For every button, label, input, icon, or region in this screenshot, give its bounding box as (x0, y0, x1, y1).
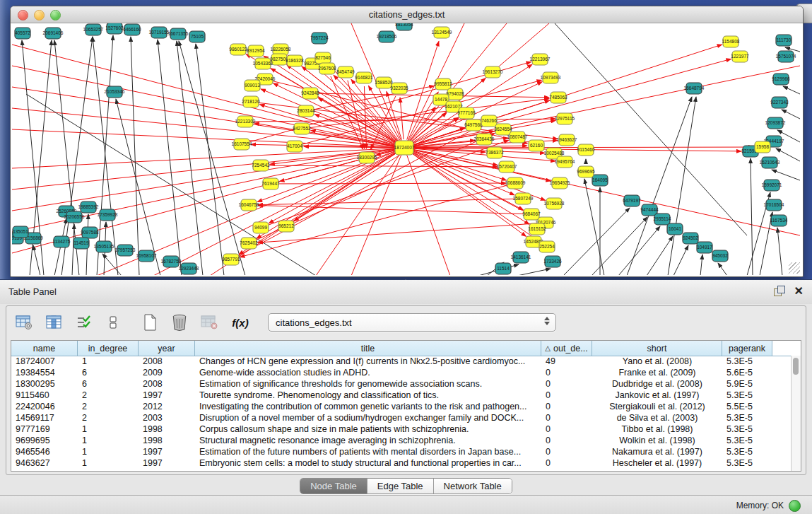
graph-node[interactable]: 10719155 (149, 27, 170, 38)
graph-node[interactable]: 19218506 (377, 31, 397, 42)
graph-node[interactable]: 13505135 (94, 241, 114, 252)
graph-node[interactable]: 9242848 (301, 88, 319, 99)
graph-node[interactable]: 12093872 (765, 117, 786, 129)
graph-node[interactable]: 9115460 (577, 144, 595, 156)
column-visibility-button[interactable] (43, 312, 64, 333)
graph-node[interactable]: 2967608 (318, 63, 336, 74)
graph-node[interactable]: 15958 (755, 141, 770, 153)
new-document-button[interactable] (139, 312, 160, 333)
graph-node[interactable]: 924502 (683, 233, 698, 244)
graph-node[interactable]: 15751074 (776, 51, 796, 62)
table-row[interactable]: 977716911998Corpus callosum shape and si… (11, 424, 792, 435)
graph-node[interactable]: 1154808 (722, 36, 740, 47)
graph-node[interactable]: 7485063 (549, 92, 567, 103)
graph-node[interactable]: 10653257 (83, 24, 104, 35)
graph-node[interactable]: 405572 (15, 28, 30, 39)
graph-node[interactable]: 11514 (495, 263, 511, 274)
graph-node[interactable]: 62160 (529, 140, 544, 151)
graph-node[interactable]: 1733426 (543, 256, 562, 267)
graph-node[interactable]: 16107554 (232, 139, 252, 150)
graph-node[interactable]: 10973493 (541, 72, 561, 83)
graph-node[interactable]: 8813054 (395, 23, 413, 30)
graph-node[interactable]: 15992071 (762, 180, 782, 191)
graph-node[interactable]: 16046758 (239, 199, 259, 211)
graph-node[interactable]: 13124549 (432, 27, 452, 38)
table-row[interactable]: 2242004622012Investigating the contribut… (11, 401, 792, 412)
graph-node[interactable]: 94099 (253, 222, 269, 233)
network-canvas[interactable]: 4055722069140610653257152760264661601071… (12, 23, 801, 275)
close-panel-icon[interactable]: ✕ (794, 286, 804, 296)
table-vertical-scrollbar[interactable] (791, 356, 801, 471)
graph-node[interactable]: 9129966 (772, 74, 790, 85)
column-header-pagerank[interactable]: pagerank (722, 341, 772, 356)
graph-node[interactable]: 6466160 (123, 24, 141, 35)
graph-node[interactable]: 16648794 (684, 83, 705, 94)
graph-node[interactable]: 8454749 (336, 66, 355, 78)
tab-node-table[interactable]: Node Table (300, 479, 367, 493)
column-header-short[interactable]: short (592, 341, 722, 356)
graph-node[interactable]: 2935114 (654, 214, 671, 225)
graph-node[interactable]: 7625402 (240, 238, 258, 249)
graph-node[interactable]: 15807249 (513, 193, 534, 204)
graph-node[interactable]: 10756928 (544, 198, 565, 209)
graph-node[interactable]: 20206556 (64, 211, 85, 223)
graph-node[interactable]: 20691406 (43, 28, 64, 39)
table-row[interactable]: 1872400712008Changes of HCN gene express… (11, 356, 792, 367)
graph-node[interactable]: 15720407 (497, 161, 517, 173)
graph-node[interactable]: 16958107 (136, 250, 157, 262)
graph-node[interactable]: 164095 (592, 175, 608, 186)
graph-node[interactable]: 135051 (13, 226, 28, 238)
graph-node[interactable]: 75105 (189, 31, 205, 42)
graph-node[interactable]: 9699695 (577, 166, 595, 177)
graph-node[interactable]: 9684067 (522, 209, 541, 220)
graph-node[interactable]: 19613270 (483, 66, 503, 78)
delete-table-button[interactable] (169, 312, 190, 333)
column-header-name[interactable]: name (11, 341, 78, 356)
graph-node[interactable]: 19463627 (557, 134, 577, 146)
graph-node[interactable]: 16210643 (760, 157, 780, 168)
network-window[interactable]: citations_edges.txt 40557220691406106532… (10, 6, 804, 277)
graph-node[interactable]: 6497568 (464, 119, 483, 131)
graph-node[interactable]: 111730 (776, 35, 792, 46)
column-header-in_degree[interactable]: in_degree (78, 341, 139, 356)
row-height-button[interactable] (102, 312, 124, 333)
graph-node[interactable]: 9146821 (355, 72, 373, 83)
table-row[interactable]: 1456911722003Disruption of a novel membe… (11, 412, 792, 424)
graph-node[interactable]: 12213967 (530, 54, 551, 65)
graph-node[interactable]: 17957253 (115, 245, 136, 256)
float-panel-icon[interactable] (774, 286, 784, 296)
graph-node[interactable]: 9857791 (222, 254, 240, 265)
graph-node[interactable]: 19495764 (555, 156, 575, 168)
graph-node[interactable]: 8427552 (293, 123, 311, 134)
citation-network-graph[interactable]: 4055722069140610653257152760264661601071… (12, 23, 801, 275)
table-row[interactable]: 969969511998Structural magnetic resonanc… (11, 435, 792, 446)
tab-network-table[interactable]: Network Table (434, 479, 512, 493)
select-rows-button[interactable] (73, 312, 94, 333)
graph-node[interactable]: 945032 (712, 250, 728, 262)
graph-node[interactable]: 16671355 (168, 28, 189, 40)
graph-node[interactable]: 17016504 (764, 199, 784, 211)
graph-node[interactable]: 417004 (287, 141, 302, 152)
graph-node[interactable]: 10543362 (253, 58, 273, 69)
graph-node[interactable]: 9097588 (81, 227, 99, 238)
graph-node[interactable]: 18724007 (394, 141, 415, 155)
graph-node[interactable]: 1615152 (528, 223, 546, 235)
graph-node[interactable]: 10807487 (507, 132, 528, 143)
table-settings-button[interactable] (13, 312, 35, 333)
graph-node[interactable]: 909013 (245, 80, 260, 91)
graph-node[interactable]: 2718120 (242, 96, 260, 107)
graph-node[interactable]: 12923448 (179, 263, 199, 274)
graph-node[interactable]: 10688609 (505, 177, 526, 189)
graph-node[interactable]: 7386372 (486, 147, 504, 158)
table-row[interactable]: 946554611997Estimation of the future num… (11, 446, 792, 457)
graph-node[interactable]: 7957224 (310, 33, 329, 44)
graph-node[interactable]: 6479197 (623, 195, 641, 206)
graph-node[interactable]: 827546 (315, 52, 331, 64)
graph-node[interactable]: 12975115 (555, 113, 575, 124)
scrollbar-thumb[interactable] (793, 358, 799, 375)
graph-node[interactable]: 7254542 (252, 160, 270, 171)
table-selector-dropdown[interactable]: citations_edges.txt (268, 313, 556, 332)
graph-node[interactable]: 9322035 (390, 83, 408, 94)
graph-node[interactable]: 18300295 (357, 152, 377, 163)
table-row[interactable]: 1938455462009Genome-wide association stu… (11, 367, 792, 378)
